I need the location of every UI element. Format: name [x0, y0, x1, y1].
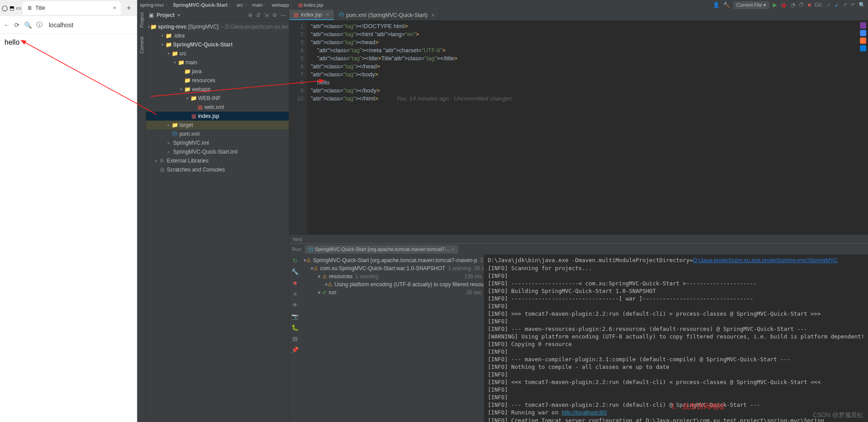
- run-tree-item[interactable]: ▾✔run36 sec: [301, 288, 484, 297]
- close-icon[interactable]: ×: [113, 5, 116, 11]
- page-text: hello: [4, 38, 20, 46]
- editor-breadcrumb[interactable]: html: [289, 234, 868, 243]
- project-tree[interactable]: ▾📁spring-mvc [SpringMVC]~ D:\Java-projec…: [146, 21, 289, 422]
- tree-item[interactable]: ▾📁webapp: [146, 85, 289, 94]
- firefox-icon[interactable]: [860, 38, 866, 44]
- layout-icon[interactable]: ▤: [292, 335, 298, 342]
- project-tool-window: ▣ Project ▾ ⊕ ⇵ ⇲ ⚙ — ▾📁spring-mvc [Spri…: [146, 10, 289, 422]
- user-icon[interactable]: 👤: [713, 2, 720, 8]
- expand-icon[interactable]: ⇵: [256, 12, 261, 18]
- address-input[interactable]: [47, 20, 133, 30]
- code[interactable]: "attr">class="tag"><!DOCTYPE html> "attr…: [307, 21, 868, 234]
- tree-item[interactable]: ▾📁WEB-INF: [146, 94, 289, 103]
- profile-icon[interactable]: ◯: [2, 5, 8, 11]
- console[interactable]: D:\Java\jdk\bin\java.exe -Dmaven.multiMo…: [484, 255, 868, 422]
- tab-title: Title: [35, 5, 45, 11]
- tree-item[interactable]: ▫SpringMVC-Quick-Start.iml: [146, 147, 289, 156]
- update-icon[interactable]: ↙: [834, 2, 839, 8]
- gutter: 12345678910: [289, 21, 307, 234]
- browser-tab-strip: ◯ ⬒ ▭ 🗎 Title × +: [0, 0, 137, 16]
- coverage-icon[interactable]: ◔: [791, 2, 795, 8]
- select-opened-icon[interactable]: ⊕: [248, 12, 253, 18]
- workspaces-icon[interactable]: ⬒: [9, 5, 14, 11]
- run-toolbar: ↻ 🔧 ■ ≡ 👁 📷 🐛 ▤ 📌: [289, 255, 301, 422]
- toolbar-right: 👤 🔨 Current File ▾ ▶ 🐞 ◔ ⏱ ■ Git: ✓ ↙ ↗ …: [713, 1, 865, 9]
- edge-icon[interactable]: [860, 45, 866, 51]
- tree-item[interactable]: ▾📁src: [146, 49, 289, 58]
- filter-icon[interactable]: ≡: [293, 291, 297, 297]
- inspection-widgets: [858, 21, 868, 53]
- hide-icon[interactable]: —: [281, 12, 286, 18]
- back-icon[interactable]: ←: [4, 21, 10, 29]
- history-icon[interactable]: ↶: [851, 2, 855, 8]
- chrome-icon[interactable]: [860, 30, 866, 36]
- git-label: Git:: [814, 2, 823, 8]
- left-tool-strip: Project Commit: [137, 10, 146, 422]
- run-tree-item[interactable]: ▾⚠SpringMVC-Quick-Start [org.apache.tomc…: [301, 256, 484, 264]
- run-tab[interactable]: ⓜ SpringMVC-Quick-Start [org.apache.tomc…: [305, 245, 458, 254]
- run-tree-item[interactable]: ▾⚠Using platform encoding (UTF-8 actuall…: [301, 280, 484, 288]
- tree-item[interactable]: ⓜpom.xml: [146, 130, 289, 138]
- breadcrumb[interactable]: spring-mvc〉 SpringMVC-Quick-Start〉 src〉 …: [140, 2, 323, 8]
- sidebar-icon[interactable]: ▭: [16, 5, 21, 11]
- project-tool-button[interactable]: Project: [139, 13, 144, 28]
- wrench-icon[interactable]: 🔧: [291, 268, 299, 275]
- page-icon: 🗎: [27, 5, 33, 11]
- push-icon[interactable]: ↗: [843, 2, 847, 8]
- collapse-icon[interactable]: ⇲: [264, 12, 269, 18]
- project-icon: ▣: [149, 12, 154, 18]
- profile-icon[interactable]: ⏱: [799, 2, 804, 8]
- ide-toolbar: spring-mvc〉 SpringMVC-Quick-Start〉 src〉 …: [137, 0, 868, 10]
- ide-window: spring-mvc〉 SpringMVC-Quick-Start〉 src〉 …: [137, 0, 868, 422]
- svg-line-0: [24, 42, 156, 114]
- new-tab-button[interactable]: +: [122, 4, 135, 12]
- run-tree[interactable]: ▾⚠SpringMVC-Quick-Start [org.apache.tomc…: [301, 255, 484, 422]
- tree-item[interactable]: 📁java: [146, 67, 289, 76]
- stop-icon[interactable]: ■: [293, 280, 297, 286]
- tree-root[interactable]: ▾📁spring-mvc [SpringMVC]~ D:\Java-projec…: [146, 22, 289, 31]
- tree-item[interactable]: ▸📁target: [146, 121, 289, 130]
- debug-icon[interactable]: 🐞: [780, 2, 787, 8]
- tree-item[interactable]: ▾📁.idea: [146, 31, 289, 40]
- address-bar-row: ← ⟳ 🔍 ⓘ: [0, 16, 137, 34]
- tree-item[interactable]: ▾📁main: [146, 58, 289, 67]
- eye-icon[interactable]: 👁: [292, 302, 298, 309]
- commit-tool-button[interactable]: Commit: [139, 37, 144, 54]
- editor: ▦index.jsp×ⓜpom.xml (SpringMVC-Quick-Sta…: [289, 10, 868, 422]
- tree-item[interactable]: ▦index.jsp: [146, 112, 289, 121]
- refresh-icon[interactable]: ⟳: [14, 21, 20, 29]
- tree-item[interactable]: 📁resources: [146, 76, 289, 85]
- bug-icon[interactable]: 🐛: [291, 324, 299, 331]
- commit-icon[interactable]: ✓: [826, 2, 831, 8]
- tree-item[interactable]: ▸⊪External Libraries: [146, 156, 289, 165]
- camera-icon[interactable]: 📷: [291, 313, 299, 320]
- browser-viewport: hello: [0, 34, 137, 422]
- rerun-icon[interactable]: ↻: [293, 257, 298, 264]
- search-icon[interactable]: 🔍: [859, 2, 865, 8]
- tree-item[interactable]: ▾📁SpringMVC-Quick-Start: [146, 40, 289, 49]
- pin-icon[interactable]: 📌: [291, 347, 299, 353]
- stop-icon[interactable]: ■: [808, 2, 811, 8]
- editor-area[interactable]: 12345678910 "attr">class="tag"><!DOCTYPE…: [289, 21, 868, 234]
- run-tree-item[interactable]: ▾⚠resources1 warning126 ms: [301, 272, 484, 280]
- run-tree-item[interactable]: ▾⚠com.xu:SpringMVC-Quick-Start:war:1.0-S…: [301, 264, 484, 272]
- browser-tab[interactable]: 🗎 Title ×: [23, 1, 121, 15]
- ide-icon[interactable]: [860, 22, 866, 29]
- editor-tab[interactable]: ⓜpom.xml (SpringMVC-Quick-Start)×: [334, 10, 440, 20]
- search-icon[interactable]: 🔍: [24, 21, 32, 29]
- editor-tabs: ▦index.jsp×ⓜpom.xml (SpringMVC-Quick-Sta…: [289, 10, 868, 21]
- watermark: CSDN @梦魇星虹: [813, 411, 864, 419]
- editor-tab[interactable]: ▦index.jsp×: [289, 10, 334, 20]
- annotation: 1、点击访问地址: [671, 402, 725, 411]
- run-icon[interactable]: ▶: [773, 2, 777, 8]
- settings-icon[interactable]: ⚙: [272, 12, 277, 18]
- run-tabs: Run: ⓜ SpringMVC-Quick-Start [org.apache…: [289, 244, 868, 255]
- project-header: ▣ Project ▾ ⊕ ⇵ ⇲ ⚙ —: [146, 10, 289, 21]
- info-icon: ⓘ: [36, 21, 42, 29]
- tree-item[interactable]: ▦web.xml: [146, 103, 289, 112]
- run-config-dropdown[interactable]: Current File ▾: [733, 1, 770, 9]
- tree-item[interactable]: ◎Scratches and Consoles: [146, 165, 289, 174]
- build-icon[interactable]: 🔨: [723, 2, 730, 8]
- run-tool-window: Run: ⓜ SpringMVC-Quick-Start [org.apache…: [289, 243, 868, 422]
- tree-item[interactable]: ▫SpringMVC.iml: [146, 138, 289, 147]
